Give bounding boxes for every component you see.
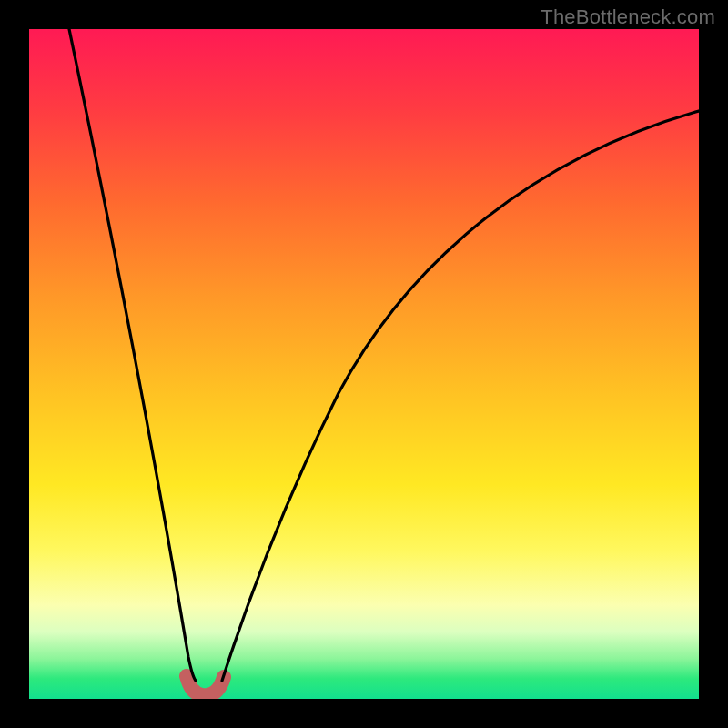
curve-right-branch (222, 111, 699, 681)
chart-frame: TheBottleneck.com (0, 0, 728, 728)
curve-minimum-marker (187, 676, 224, 695)
bottleneck-curve (29, 29, 699, 699)
plot-area (29, 29, 699, 699)
curve-left-branch (69, 29, 196, 681)
watermark-text: TheBottleneck.com (541, 5, 715, 29)
